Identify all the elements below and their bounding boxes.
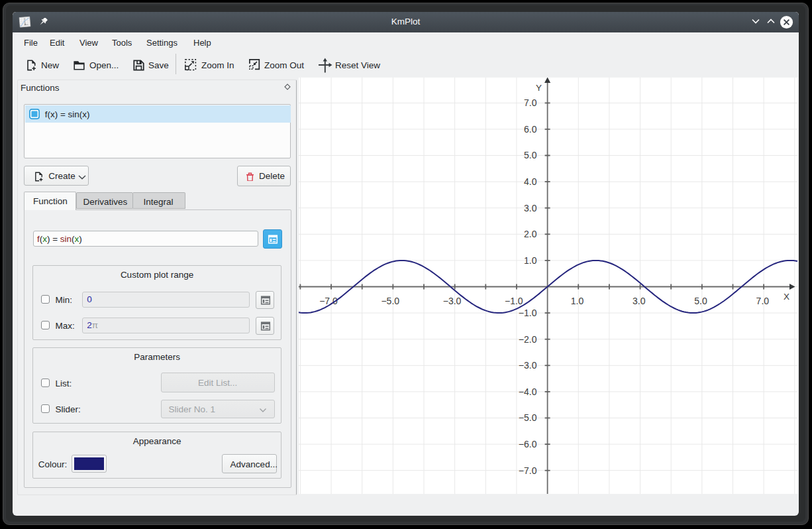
svg-text:−3.0: −3.0 xyxy=(519,360,537,371)
svg-text:−5.0: −5.0 xyxy=(519,412,537,423)
svg-text:−2.0: −2.0 xyxy=(519,334,537,345)
svg-text:−1.0: −1.0 xyxy=(505,296,523,306)
svg-text:3.0: 3.0 xyxy=(633,296,646,306)
svg-text:−6.0: −6.0 xyxy=(519,439,537,449)
svg-text:−7.0: −7.0 xyxy=(519,465,537,476)
svg-text:7.0: 7.0 xyxy=(524,97,537,108)
svg-text:2.0: 2.0 xyxy=(524,229,537,239)
svg-text:3.0: 3.0 xyxy=(524,203,537,213)
svg-text:5.0: 5.0 xyxy=(694,296,707,306)
svg-text:X: X xyxy=(784,292,789,302)
svg-text:5.0: 5.0 xyxy=(524,150,537,160)
svg-text:1.0: 1.0 xyxy=(524,255,537,266)
svg-text:−1.0: −1.0 xyxy=(519,308,537,318)
svg-text:−5.0: −5.0 xyxy=(381,296,399,306)
svg-text:7.0: 7.0 xyxy=(756,296,770,306)
svg-text:−4.0: −4.0 xyxy=(519,386,537,397)
svg-text:4.0: 4.0 xyxy=(524,176,537,187)
svg-text:6.0: 6.0 xyxy=(524,124,537,135)
svg-text:1.0: 1.0 xyxy=(571,296,584,306)
svg-text:Y: Y xyxy=(536,83,542,93)
svg-text:−3.0: −3.0 xyxy=(443,296,462,306)
